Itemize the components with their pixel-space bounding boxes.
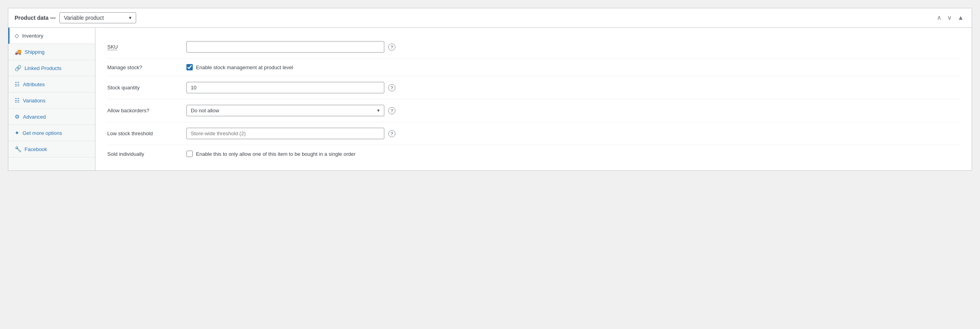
low-stock-threshold-row: Low stock threshold ? <box>107 122 960 145</box>
panel-header: Product data — Simple product Variable p… <box>8 8 972 28</box>
sidebar-item-label-get-more-options: Get more options <box>23 130 62 136</box>
stock-quantity-help-icon[interactable]: ? <box>388 84 395 91</box>
stock-quantity-row: Stock quantity ? <box>107 76 960 99</box>
manage-stock-row: Manage stock? Enable stock management at… <box>107 59 960 76</box>
panel-body: ◇ Inventory 🚚 Shipping 🔗 Linked Products… <box>8 28 972 170</box>
product-data-panel: Product data — Simple product Variable p… <box>8 8 972 171</box>
manage-stock-checkbox-wrapper: Enable stock management at product level <box>186 64 293 70</box>
manage-stock-checkbox-label: Enable stock management at product level <box>196 64 293 70</box>
product-type-wrapper: Simple product Variable product Grouped … <box>59 12 136 23</box>
sold-individually-checkbox-label: Enable this to only allow one of this it… <box>196 151 355 157</box>
sold-individually-field-content: Enable this to only allow one of this it… <box>186 151 960 157</box>
sku-row: SKU ? <box>107 36 960 59</box>
sidebar: ◇ Inventory 🚚 Shipping 🔗 Linked Products… <box>8 28 95 170</box>
sidebar-item-label-facebook: Facebook <box>25 146 47 152</box>
sidebar-item-linked-products[interactable]: 🔗 Linked Products <box>8 60 95 76</box>
header-actions: ∧ ∨ ▲ <box>935 14 965 22</box>
stock-quantity-label: Stock quantity <box>107 85 179 91</box>
grid-icon: ☷ <box>15 81 20 87</box>
allow-backorders-row: Allow backorders? Do not allow Allow, bu… <box>107 99 960 122</box>
sold-individually-checkbox-wrapper: Enable this to only allow one of this it… <box>186 151 355 157</box>
sidebar-item-get-more-options[interactable]: ✦ Get more options <box>8 125 95 141</box>
sold-individually-label: Sold individually <box>107 151 179 157</box>
stock-quantity-field-content: ? <box>186 82 960 93</box>
stock-quantity-input[interactable] <box>186 82 384 93</box>
sidebar-item-variations[interactable]: ☷ Variations <box>8 93 95 109</box>
sold-individually-checkbox[interactable] <box>186 151 193 157</box>
collapse-down-button[interactable]: ∨ <box>946 14 953 22</box>
manage-stock-checkbox[interactable] <box>186 64 193 70</box>
sidebar-item-label-variations: Variations <box>23 98 46 104</box>
low-stock-threshold-label: Low stock threshold <box>107 130 179 136</box>
allow-backorders-select[interactable]: Do not allow Allow, but notify customer … <box>186 105 384 116</box>
panel-title-text: Product data <box>15 15 49 21</box>
allow-backorders-help-icon[interactable]: ? <box>388 107 395 114</box>
manage-stock-field-content: Enable stock management at product level <box>186 64 960 70</box>
allow-backorders-field-content: Do not allow Allow, but notify customer … <box>186 105 960 116</box>
sku-label: SKU <box>107 44 179 50</box>
sku-help-icon[interactable]: ? <box>388 43 395 51</box>
plugin-icon: ✦ <box>15 130 19 136</box>
sku-field-content: ? <box>186 41 960 53</box>
sku-input[interactable] <box>186 41 384 53</box>
sidebar-item-shipping[interactable]: 🚚 Shipping <box>8 44 95 60</box>
product-type-select[interactable]: Simple product Variable product Grouped … <box>59 12 136 23</box>
sold-individually-row: Sold individually Enable this to only al… <box>107 145 960 163</box>
sidebar-item-facebook[interactable]: 🔧 Facebook <box>8 141 95 157</box>
main-content: SKU ? Manage stock? Enable stock managem… <box>95 28 972 170</box>
sidebar-item-advanced[interactable]: ⚙ Advanced <box>8 109 95 125</box>
low-stock-threshold-field-content: ? <box>186 128 960 139</box>
allow-backorders-select-wrapper: Do not allow Allow, but notify customer … <box>186 105 384 116</box>
truck-icon: 🚚 <box>15 49 21 55</box>
sidebar-item-label-advanced: Advanced <box>23 114 46 120</box>
sidebar-item-attributes[interactable]: ☷ Attributes <box>8 76 95 93</box>
sidebar-item-label-shipping: Shipping <box>25 49 45 55</box>
manage-stock-label: Manage stock? <box>107 64 179 70</box>
low-stock-threshold-help-icon[interactable]: ? <box>388 130 395 137</box>
expand-button[interactable]: ▲ <box>956 14 965 22</box>
low-stock-threshold-input[interactable] <box>186 128 384 139</box>
panel-title-separator: — <box>50 15 55 21</box>
sidebar-item-label-inventory: Inventory <box>22 33 43 39</box>
sidebar-item-label-linked-products: Linked Products <box>25 65 61 71</box>
table-icon: ☷ <box>15 97 20 104</box>
sidebar-item-inventory[interactable]: ◇ Inventory <box>8 28 95 44</box>
tag-icon: ◇ <box>15 32 19 39</box>
sidebar-item-label-attributes: Attributes <box>23 81 45 87</box>
wrench-icon: 🔧 <box>15 146 21 152</box>
allow-backorders-label: Allow backorders? <box>107 108 179 113</box>
collapse-up-button[interactable]: ∧ <box>935 14 943 22</box>
gear-icon: ⚙ <box>15 113 20 120</box>
link-icon: 🔗 <box>15 65 21 71</box>
panel-title: Product data — <box>15 15 55 21</box>
